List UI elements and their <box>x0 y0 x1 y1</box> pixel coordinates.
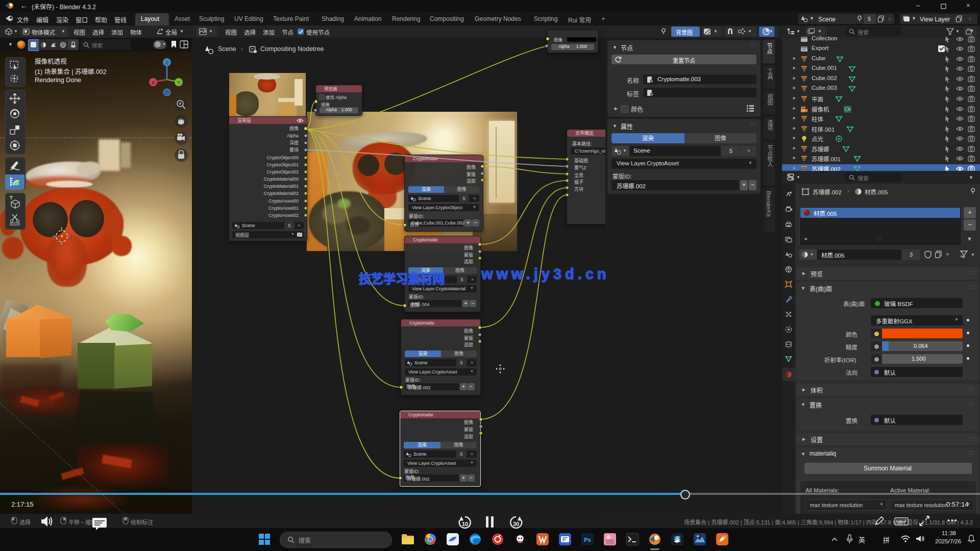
svg-text:Ps: Ps <box>584 537 591 543</box>
svg-text:Y: Y <box>177 80 180 85</box>
svg-text:Z: Z <box>165 60 168 65</box>
svg-text:X: X <box>152 80 155 85</box>
